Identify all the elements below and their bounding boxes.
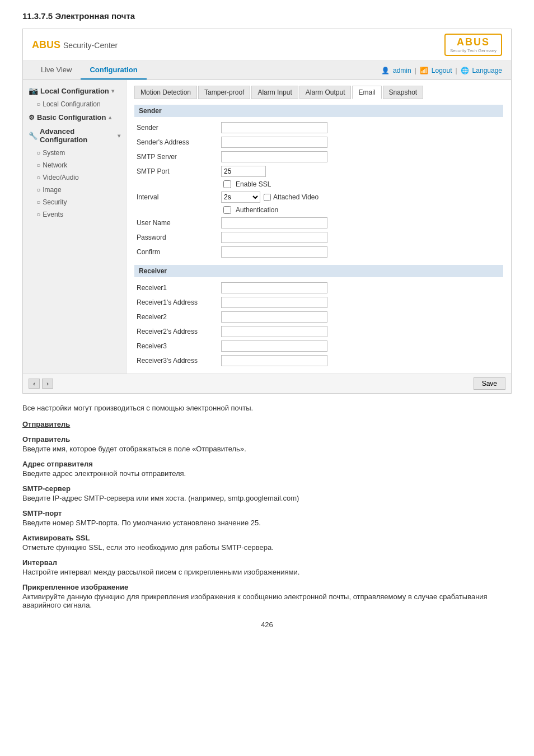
user-name-label: User Name [134, 219, 221, 227]
user-link[interactable]: admin [393, 67, 411, 74]
receiver2-row: Receiver2 [134, 310, 503, 324]
sender-input[interactable] [221, 122, 327, 133]
content-area: 📷 Local Configuration ▾ ○ Local Configur… [23, 80, 511, 374]
attached-video-label: Attached Video [273, 193, 318, 201]
logo-title: ABUS [457, 36, 490, 48]
page-title: 11.3.7.5 Электронная почта [22, 11, 512, 21]
desc-sender-title: Отправитель [22, 435, 512, 444]
receiver1-input[interactable] [221, 282, 327, 293]
sender-heading: Отправитель [22, 420, 512, 428]
authentication-label[interactable]: Authentication [221, 206, 278, 214]
receiver1-label: Receiver1 [134, 284, 221, 292]
tab-snapshot[interactable]: Snapshot [383, 86, 424, 99]
senders-address-label: Sender's Address [134, 138, 221, 146]
smtp-server-input[interactable] [221, 151, 327, 162]
confirm-input[interactable] [221, 246, 327, 258]
sidebar-item-video-audio[interactable]: ○ Video/Audio [23, 171, 126, 184]
brand-suffix: Security-Center [63, 41, 118, 50]
sender-label: Sender [134, 124, 221, 132]
radio-security-icon: ○ [36, 198, 40, 206]
sidebar-item-security[interactable]: ○ Security [23, 196, 126, 208]
attached-video-check: Attached Video [264, 193, 318, 201]
sidebar-item-events[interactable]: ○ Events [23, 208, 126, 221]
page-number: 426 [22, 620, 512, 629]
chevron-up-icon: ▴ [109, 114, 111, 120]
tab-tamper-proof[interactable]: Tamper-proof [198, 86, 250, 99]
tab-configuration[interactable]: Configuration [81, 61, 146, 80]
interval-row: Interval 2s Attached Video [134, 190, 503, 204]
receiver2-input[interactable] [221, 311, 327, 323]
gear-icon: ⚙ [29, 114, 35, 122]
tab-alarm-output[interactable]: Alarm Output [299, 86, 352, 99]
sidebar-item-basic-config[interactable]: ⚙ Basic Configuration ▴ [23, 110, 126, 124]
save-button[interactable]: Save [474, 377, 505, 390]
brand-name: ABUS Security-Center [32, 39, 118, 51]
authentication-row: Authentication [134, 204, 503, 216]
tab-alarm-input[interactable]: Alarm Input [251, 86, 298, 99]
logo-sub: Security Tech Germany [450, 48, 496, 53]
chevron-down-icon: ▾ [111, 88, 114, 94]
sidebar-item-network[interactable]: ○ Network [23, 159, 126, 171]
smtp-port-label: SMTP Port [134, 167, 221, 175]
logout-link[interactable]: Logout [432, 67, 452, 74]
radio-image-icon: ○ [36, 186, 40, 194]
tab-motion-detection[interactable]: Motion Detection [134, 86, 197, 99]
desc-ssl-title: Активировать SSL [22, 534, 512, 542]
desc-smtp-server-text: Введите IP-адрес SMTP-сервера или имя хо… [22, 494, 512, 502]
radio-video-icon: ○ [36, 174, 40, 181]
sidebar-item-advanced-config[interactable]: 🔧 Advanced Configuration ▾ [23, 124, 126, 147]
enable-ssl-checkbox[interactable] [223, 180, 231, 188]
receiver1-address-input[interactable] [221, 297, 327, 308]
desc-address-text: Введите адрес электронной почты отправит… [22, 469, 512, 478]
abus-logo: ABUS Security Tech Germany [444, 34, 502, 56]
user-icon: 👤 [381, 67, 390, 74]
receiver1-address-label: Receiver1's Address [134, 298, 221, 306]
enable-ssl-row: Enable SSL [134, 179, 503, 190]
receiver3-address-input[interactable] [221, 355, 327, 366]
receiver2-address-row: Receiver2's Address [134, 324, 503, 339]
receiver1-row: Receiver1 [134, 281, 503, 295]
wrench-icon: 🔧 [29, 132, 38, 140]
desc-interval-text: Настройте интервал между рассылкой писем… [22, 568, 512, 576]
tab-live-view[interactable]: Live View [32, 61, 81, 80]
globe-icon: 🌐 [461, 67, 469, 74]
interval-controls: 2s Attached Video [221, 192, 318, 203]
desc-smtp-port-title: SMTP-порт [22, 509, 512, 517]
sidebar-item-image[interactable]: ○ Image [23, 184, 126, 196]
wifi-icon: 📶 [420, 67, 428, 74]
main-panel: Motion Detection Tamper-proof Alarm Inpu… [127, 80, 511, 374]
desc-sender-text: Введите имя, которое будет отображаться … [22, 445, 512, 453]
sidebar-item-local-config[interactable]: 📷 Local Configuration ▾ [23, 83, 126, 98]
interval-select[interactable]: 2s [221, 192, 260, 203]
interval-label: Interval [134, 193, 221, 201]
desc-smtp-port-text: Введите номер SMTP-порта. По умолчанию у… [22, 519, 512, 527]
radio-icon: ○ [36, 100, 40, 108]
confirm-row: Confirm [134, 245, 503, 259]
radio-system-icon: ○ [36, 149, 40, 157]
ui-panel: ABUS Security-Center ABUS Security Tech … [22, 29, 512, 394]
arrow-right-button[interactable]: › [42, 379, 53, 389]
password-input[interactable] [221, 232, 327, 243]
sender-section-header: Sender [134, 105, 503, 117]
radio-network-icon: ○ [36, 161, 40, 169]
enable-ssl-label[interactable]: Enable SSL [221, 180, 271, 188]
tab-email[interactable]: Email [352, 86, 381, 99]
sidebar-item-local-config-sub[interactable]: ○ Local Configuration [23, 98, 126, 110]
receiver2-address-input[interactable] [221, 326, 327, 337]
user-name-row: User Name [134, 216, 503, 230]
language-link[interactable]: Language [472, 67, 502, 74]
nav-tabs: Live View Configuration [32, 61, 147, 80]
user-name-input[interactable] [221, 217, 327, 228]
sidebar-item-system[interactable]: ○ System [23, 147, 126, 159]
smtp-server-label: SMTP Server [134, 153, 221, 161]
authentication-checkbox[interactable] [223, 206, 231, 214]
receiver3-address-row: Receiver3's Address [134, 353, 503, 368]
desc-address-title: Адрес отправителя [22, 460, 512, 468]
arrow-left-button[interactable]: ‹ [29, 379, 40, 389]
description-section: Все настройки могут производиться с помо… [22, 404, 512, 609]
attached-video-checkbox[interactable] [264, 194, 271, 201]
senders-address-input[interactable] [221, 137, 327, 148]
receiver3-input[interactable] [221, 340, 327, 352]
smtp-port-input[interactable] [221, 166, 266, 177]
smtp-port-row: SMTP Port [134, 164, 503, 179]
